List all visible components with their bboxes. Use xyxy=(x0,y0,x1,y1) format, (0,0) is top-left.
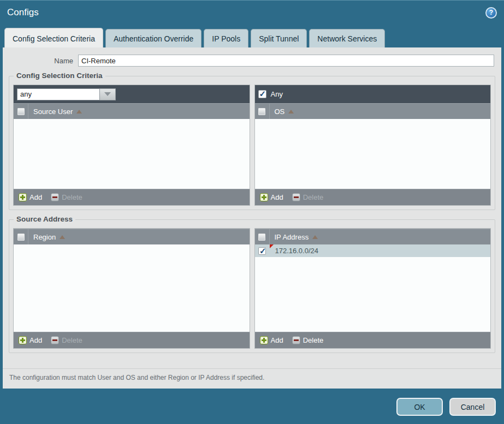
tab-network-services[interactable]: Network Services xyxy=(309,29,385,47)
dialog-content: Name Config Selection Criteria any xyxy=(3,47,501,389)
ip-address-value[interactable]: 172.16.0.0/24 xyxy=(270,247,319,255)
minus-icon xyxy=(292,336,300,344)
os-footer: Add Delete xyxy=(255,189,491,205)
dropdown-arrow-button[interactable] xyxy=(100,88,116,100)
cancel-button[interactable]: Cancel xyxy=(449,398,496,416)
delete-label: Delete xyxy=(303,336,324,344)
sort-ascending-icon[interactable] xyxy=(60,235,65,239)
source-user-panel: any Source User xyxy=(13,85,250,206)
ip-address-footer: Add Delete xyxy=(255,332,491,348)
select-all-cell[interactable] xyxy=(14,104,28,119)
content-spacer xyxy=(3,353,501,368)
add-label: Add xyxy=(271,193,283,201)
plus-icon xyxy=(260,336,268,344)
os-list[interactable] xyxy=(255,119,491,189)
tab-strip: Config Selection Criteria Authentication… xyxy=(0,25,504,47)
sort-ascending-icon[interactable] xyxy=(76,110,82,114)
checkbox-checked-icon[interactable] xyxy=(258,90,266,98)
any-label: Any xyxy=(271,90,283,98)
delete-button[interactable]: Delete xyxy=(51,336,82,344)
column-header-region[interactable]: Region xyxy=(28,233,56,241)
region-header: Region xyxy=(14,229,250,244)
add-button[interactable]: Add xyxy=(260,193,283,201)
group-source-address: Source Address Region xyxy=(9,219,495,353)
dropdown-value[interactable]: any xyxy=(17,88,100,100)
sort-ascending-icon[interactable] xyxy=(288,110,294,114)
select-all-checkbox[interactable] xyxy=(17,108,25,115)
plus-icon xyxy=(19,193,27,201)
delete-label: Delete xyxy=(303,193,324,201)
plus-icon xyxy=(260,193,268,201)
source-user-header: Source User xyxy=(14,103,250,119)
ip-address-header: IP Address xyxy=(255,229,491,244)
os-header: OS xyxy=(255,103,491,119)
delete-label: Delete xyxy=(62,336,82,344)
name-label: Name xyxy=(3,57,78,65)
select-all-checkbox[interactable] xyxy=(258,108,265,115)
group-config-selection-criteria: Config Selection Criteria any xyxy=(9,76,495,210)
ip-address-panel: IP Address 172.16.0.0/24 xyxy=(254,228,491,349)
ok-button[interactable]: OK xyxy=(396,398,443,416)
tab-ip-pools[interactable]: IP Pools xyxy=(204,29,248,47)
dialog-footer: OK Cancel xyxy=(0,389,504,424)
add-label: Add xyxy=(29,193,42,201)
column-header-os[interactable]: OS xyxy=(270,108,285,116)
dialog-titlebar: Configs ? xyxy=(0,1,504,25)
sort-ascending-icon[interactable] xyxy=(312,235,318,239)
name-input[interactable] xyxy=(78,55,494,67)
help-icon[interactable]: ? xyxy=(485,7,497,19)
select-all-cell[interactable] xyxy=(14,229,28,244)
source-user-toolbar: any xyxy=(14,85,250,103)
delete-button[interactable]: Delete xyxy=(292,336,324,344)
chevron-down-icon xyxy=(104,92,111,96)
group-panels: any Source User xyxy=(13,85,491,206)
row-checkbox-checked-icon[interactable] xyxy=(258,247,266,255)
select-all-checkbox[interactable] xyxy=(258,234,265,241)
source-user-list[interactable] xyxy=(14,119,250,189)
group-legend: Config Selection Criteria xyxy=(14,71,105,80)
delete-button[interactable]: Delete xyxy=(292,193,324,201)
group-panels: Region Add Delete xyxy=(13,228,491,349)
minus-icon xyxy=(51,336,59,344)
tab-authentication-override[interactable]: Authentication Override xyxy=(105,29,201,47)
minus-icon xyxy=(51,193,59,201)
add-button[interactable]: Add xyxy=(260,336,283,344)
ip-address-list[interactable]: 172.16.0.0/24 xyxy=(255,244,491,332)
source-user-footer: Add Delete xyxy=(14,189,250,205)
delete-button[interactable]: Delete xyxy=(51,193,82,201)
region-footer: Add Delete xyxy=(14,332,250,348)
dialog-title: Configs xyxy=(7,7,39,18)
column-header-source-user[interactable]: Source User xyxy=(28,108,73,116)
group-legend: Source Address xyxy=(14,215,75,223)
os-toolbar: Any xyxy=(255,85,491,103)
row-checkbox-cell xyxy=(255,247,270,255)
minus-icon xyxy=(292,193,300,201)
select-all-checkbox[interactable] xyxy=(17,234,25,241)
region-panel: Region Add Delete xyxy=(13,228,250,349)
select-all-cell[interactable] xyxy=(255,229,270,244)
os-panel: Any OS Add xyxy=(254,85,491,206)
os-any-checkbox[interactable]: Any xyxy=(258,90,283,98)
select-all-cell[interactable] xyxy=(255,104,270,119)
plus-icon xyxy=(19,336,27,344)
tab-split-tunnel[interactable]: Split Tunnel xyxy=(251,29,307,47)
delete-label: Delete xyxy=(62,193,82,201)
tab-config-selection-criteria[interactable]: Config Selection Criteria xyxy=(4,28,103,47)
modified-flag-icon xyxy=(270,244,274,248)
match-criteria-dropdown[interactable]: any xyxy=(17,88,116,100)
add-label: Add xyxy=(29,336,42,344)
add-button[interactable]: Add xyxy=(19,336,42,344)
ip-address-row[interactable]: 172.16.0.0/24 xyxy=(255,244,491,257)
configs-dialog: Configs ? Config Selection Criteria Auth… xyxy=(0,0,504,424)
add-label: Add xyxy=(271,336,283,344)
region-list[interactable] xyxy=(14,244,250,332)
add-button[interactable]: Add xyxy=(19,193,42,201)
hint-text: The configuration must match User and OS… xyxy=(3,368,501,389)
column-header-ip-address[interactable]: IP Address xyxy=(270,233,309,241)
name-row: Name xyxy=(3,55,494,67)
